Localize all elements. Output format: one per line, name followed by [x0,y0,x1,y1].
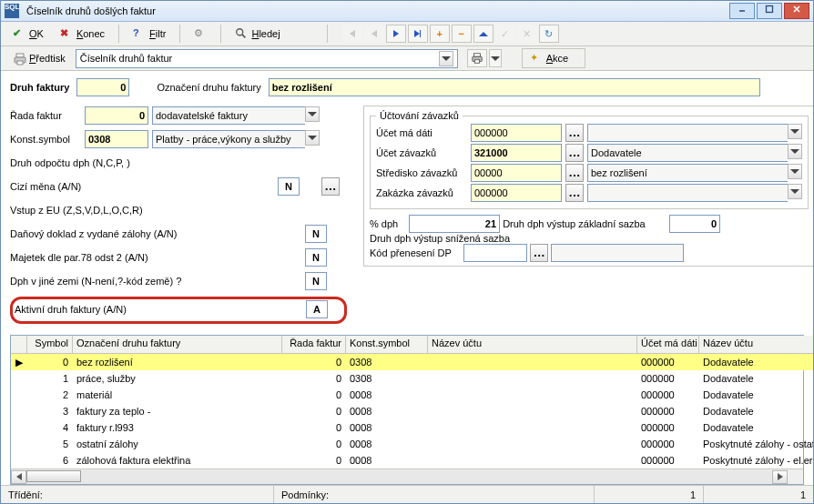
ucet-zav-field[interactable] [471,144,562,162]
dph-jina-label: Dph v jiné zemi (N-není,?-kód země) ? [10,276,301,287]
pct-dph-field[interactable] [409,215,500,233]
danovy-field[interactable] [305,225,327,243]
ucet-md-field[interactable] [471,124,562,142]
oznaceni-field[interactable] [269,78,760,96]
data-grid[interactable]: Symbol Označení druhu faktury Řada faktu… [10,335,804,485]
nav-buttons: + − ✓ ✕ ↻ [342,25,559,43]
stred-desc[interactable] [587,164,788,182]
col-nazev-uctu[interactable]: Název účtu [428,336,637,353]
uctovani-zavazku-group: Účtování závazků Účet má dáti … Účet záv… [370,110,809,209]
konst-desc-dropdown[interactable] [305,130,320,146]
col-nazev-uctu2[interactable]: Název účtu [699,336,814,353]
dph-jina-field[interactable] [305,272,327,290]
ucet-zav-dropdown[interactable] [788,144,802,159]
predtisk-button[interactable]: Předtisk [6,48,72,68]
svg-rect-11 [474,60,479,64]
toolbar-preprint: Předtisk Číselník druhů faktur ✦ Akce [1,46,813,71]
scroll-left-button[interactable] [11,470,26,484]
table-row[interactable]: 1práce, služby00308000000Dodavatele [11,370,814,387]
col-ucet-md[interactable]: Účet má dáti [637,336,699,353]
wand-icon: ✦ [530,52,543,65]
predtisk-combo[interactable]: Číselník druhů faktur [76,49,458,68]
rada-desc[interactable] [152,106,305,125]
kod-pren-desc[interactable] [551,244,684,262]
konst-field[interactable] [85,130,148,148]
nav-confirm[interactable]: ✓ [495,25,515,43]
cizi-mena-lookup[interactable]: … [321,177,340,196]
table-row[interactable]: 5ostatní zálohy00008000000Poskytnuté zál… [11,436,814,452]
ok-button[interactable]: ✔ OK [6,24,50,44]
stred-field[interactable] [471,164,562,182]
majetek-label: Majetek dle par.78 odst 2 (A/N) [10,252,301,263]
konec-button[interactable]: ✖ Konec [54,24,111,44]
table-row[interactable]: 3faktury za teplo -00008000000Dodavatele [11,403,814,419]
majetek-field[interactable] [305,248,327,267]
kod-pren-lookup[interactable]: … [530,244,548,262]
aktivni-field[interactable] [306,300,328,318]
danovy-label: Daňový doklad z vydané zálohy (A/N) [10,228,301,239]
nav-prev[interactable] [364,25,384,43]
cizi-mena-label: Cizí měna (A/N) [10,181,274,192]
gear-button[interactable]: ⚙ [188,24,213,44]
zak-desc[interactable] [587,184,788,202]
zak-lookup[interactable]: … [565,184,584,202]
nav-add[interactable]: + [430,25,450,43]
svg-rect-6 [16,54,24,57]
nav-refresh[interactable]: ↻ [539,25,559,43]
maximize-button[interactable] [757,3,782,19]
filtr-button[interactable]: ? Filtr [127,24,172,44]
svg-rect-8 [17,61,23,65]
kod-pren-field[interactable] [463,244,527,262]
toolbar-main: ✔ OK ✖ Konec ? Filtr ⚙ Hledej + − ✓ ✕ ↻ [1,22,813,46]
konst-desc[interactable] [152,130,305,148]
nav-cancel[interactable]: ✕ [517,25,537,43]
table-row[interactable]: 4faktury r.l99300008000000Dodavatele [11,419,814,436]
stred-lookup[interactable]: … [565,164,584,182]
print-icon-button[interactable] [467,49,487,67]
ucet-zav-lookup[interactable]: … [565,144,584,162]
druh-faktury-label: Druh faktury [10,82,69,93]
window-title: Číselník druhů došlých faktur [25,5,729,16]
grid-scrollbar-horizontal[interactable] [11,469,803,484]
table-row[interactable]: ▶0bez rozlišení00308000000Dodavatele [11,354,814,370]
table-row[interactable]: 6zálohová faktura elektřina00008000000Po… [11,452,814,469]
hledej-button[interactable]: Hledej [229,24,286,44]
rada-desc-dropdown[interactable] [305,106,320,122]
nav-first[interactable] [342,25,362,43]
ucet-md-dropdown[interactable] [788,124,802,139]
cizi-mena-field[interactable] [278,177,300,196]
druh-odpoctu-label: Druh odpočtu dph (N,C,P, ) [10,157,283,168]
svg-rect-1 [767,6,773,13]
chevron-down-icon[interactable] [439,51,453,66]
ucet-zav-label: Účet závazků [376,147,467,158]
status-num1: 1 [595,486,704,503]
nav-up[interactable] [473,25,493,43]
kod-pren-label: Kód přenesení DP [370,247,461,258]
print-dropdown[interactable] [489,49,502,67]
stred-label: Středisko závazků [376,167,467,178]
col-rada[interactable]: Řada faktur [282,336,346,353]
nav-last[interactable] [408,25,428,43]
predtisk-combo-text: Číselník druhů faktur [80,53,173,64]
scroll-right-button[interactable] [772,470,788,484]
minimize-button[interactable] [729,3,755,19]
druh-vystup-zakl-field[interactable] [669,215,720,233]
rada-field[interactable] [85,106,148,125]
col-konst[interactable]: Konst.symbol [346,336,428,353]
zak-field[interactable] [471,184,562,202]
stred-dropdown[interactable] [788,164,802,179]
ucet-md-lookup[interactable]: … [565,124,584,142]
druh-faktury-field[interactable] [76,78,129,96]
nav-next[interactable] [386,25,406,43]
pct-dph-label: % dph [370,218,406,229]
table-row[interactable]: 2materiál00008000000Dodavatele [11,387,814,403]
col-symbol[interactable]: Symbol [27,336,73,353]
close-button[interactable] [784,3,809,19]
nav-remove[interactable]: − [452,25,472,43]
ucet-md-desc[interactable] [587,124,788,142]
druh-vystup-zakl-label: Druh dph výstup základní sazba [503,218,666,229]
akce-button[interactable]: ✦ Akce [522,48,585,68]
ucet-zav-desc[interactable] [587,144,788,162]
zak-dropdown[interactable] [788,184,802,199]
col-oznaceni[interactable]: Označení druhu faktury [73,336,282,353]
